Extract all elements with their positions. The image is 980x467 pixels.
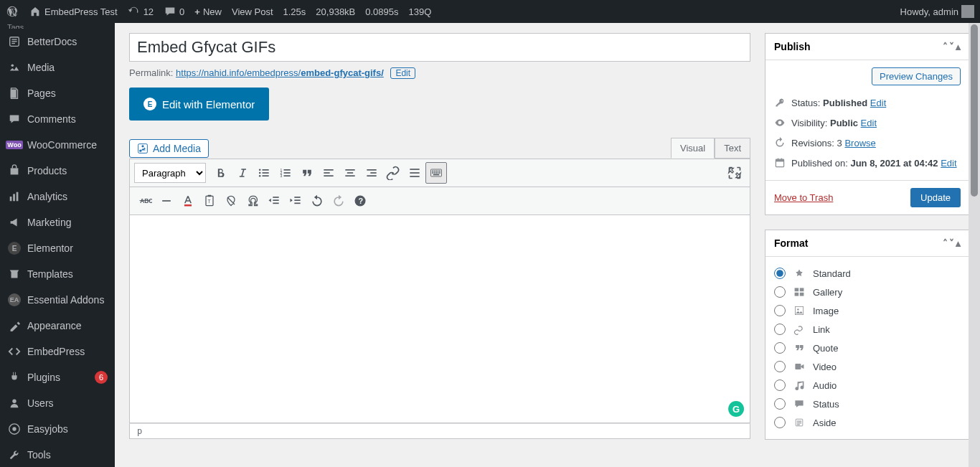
edit-with-elementor-button[interactable]: E Edit with Elementor xyxy=(129,88,269,121)
preview-changes-button[interactable]: Preview Changes xyxy=(872,67,961,85)
format-option-gallery[interactable]: Gallery xyxy=(774,283,961,301)
tab-visual[interactable]: Visual xyxy=(671,138,715,159)
page-scrollbar[interactable] xyxy=(969,23,980,467)
format-option-image[interactable]: Image xyxy=(774,301,961,320)
qm-mem[interactable]: 20,938kB xyxy=(316,6,355,17)
format-option-standard[interactable]: Standard xyxy=(774,264,961,283)
sidebar-item-media[interactable]: Media xyxy=(0,55,115,80)
ul-button[interactable] xyxy=(253,162,275,184)
menu-icon xyxy=(7,189,22,204)
metabox-toggle-icon[interactable]: ▴ xyxy=(956,41,961,52)
sidebar-item-elementor[interactable]: EElementor xyxy=(0,235,115,261)
sidebar-item-users[interactable]: Users xyxy=(0,390,115,416)
sidebar-item-embedpress[interactable]: EmbedPress xyxy=(0,339,115,364)
hr-button[interactable] xyxy=(156,190,177,212)
format-option-status[interactable]: Status xyxy=(774,395,961,413)
italic-button[interactable] xyxy=(232,162,253,184)
visibility-edit-link[interactable]: Edit xyxy=(861,118,877,128)
format-radio[interactable] xyxy=(774,379,786,391)
svg-rect-49 xyxy=(438,172,439,174)
view-post-link[interactable]: View Post xyxy=(232,6,273,17)
ol-button[interactable]: 123 xyxy=(275,162,296,184)
qm-queries[interactable]: 139Q xyxy=(409,6,432,17)
permalink-edit-button[interactable]: Edit xyxy=(390,67,415,79)
sidebar-submenu-tags[interactable]: Tags xyxy=(0,23,115,29)
published-edit-link[interactable]: Edit xyxy=(941,158,956,169)
howdy-link[interactable]: Howdy, admin xyxy=(900,5,974,18)
metabox-down-icon[interactable]: ˅ xyxy=(949,237,954,249)
grammarly-icon[interactable]: G xyxy=(728,401,744,417)
sidebar-item-pages[interactable]: Pages xyxy=(0,80,115,106)
indent-button[interactable] xyxy=(285,190,306,212)
textcolor-button[interactable] xyxy=(177,190,199,212)
tab-text[interactable]: Text xyxy=(715,138,750,159)
sidebar-item-plugins[interactable]: Plugins6 xyxy=(0,364,115,390)
sidebar-item-appearance[interactable]: Appearance xyxy=(0,313,115,339)
clearformat-button[interactable] xyxy=(220,190,242,212)
align-left-button[interactable] xyxy=(318,162,339,184)
align-right-button[interactable] xyxy=(361,162,382,184)
toolbar-toggle-button[interactable] xyxy=(425,162,447,184)
format-radio[interactable] xyxy=(774,268,786,279)
updates-link[interactable]: 12 xyxy=(128,5,154,18)
format-radio[interactable] xyxy=(774,398,786,410)
metabox-up-icon[interactable]: ˄ xyxy=(943,41,948,52)
format-option-link[interactable]: Link xyxy=(774,320,961,339)
strikethrough-button[interactable]: ABC xyxy=(134,190,156,212)
help-button[interactable]: ? xyxy=(349,190,371,212)
blockquote-button[interactable] xyxy=(296,162,318,184)
sidebar-item-tools[interactable]: Tools xyxy=(0,442,115,467)
sidebar-item-easyjobs[interactable]: Easyjobs xyxy=(0,416,115,442)
link-button[interactable] xyxy=(382,162,404,184)
readmore-button[interactable] xyxy=(404,162,425,184)
format-radio[interactable] xyxy=(774,305,786,316)
format-radio[interactable] xyxy=(774,417,786,428)
qm-db[interactable]: 0.0895s xyxy=(365,6,398,17)
fullscreen-button[interactable] xyxy=(724,162,745,184)
permalink-link[interactable]: https://nahid.info/embedpress/embed-gfyc… xyxy=(176,67,384,78)
permalink-label: Permalink: xyxy=(129,67,173,78)
format-radio[interactable] xyxy=(774,361,786,372)
site-link[interactable]: EmbedPress Test xyxy=(29,5,118,18)
sidebar-item-templates[interactable]: Templates xyxy=(0,261,115,287)
move-to-trash-link[interactable]: Move to Trash xyxy=(774,192,833,203)
svg-rect-37 xyxy=(410,169,419,170)
revisions-browse-link[interactable]: Browse xyxy=(844,138,875,148)
sidebar-item-betterdocs[interactable]: BetterDocs xyxy=(0,29,115,55)
redo-button[interactable] xyxy=(328,190,349,212)
comments-link[interactable]: 0 xyxy=(164,5,184,18)
format-radio[interactable] xyxy=(774,286,786,298)
format-option-video[interactable]: Video xyxy=(774,357,961,376)
paste-button[interactable]: T xyxy=(199,190,220,212)
metabox-up-icon[interactable]: ˄ xyxy=(943,237,948,249)
bold-button[interactable] xyxy=(210,162,232,184)
format-radio[interactable] xyxy=(774,324,786,335)
status-edit-link[interactable]: Edit xyxy=(870,98,886,108)
new-link[interactable]: +New xyxy=(194,6,222,17)
post-title-input[interactable] xyxy=(129,33,750,62)
publish-metabox: Publish ˄ ˅ ▴ Preview Changes Status: Pu… xyxy=(765,33,970,215)
align-center-button[interactable] xyxy=(339,162,361,184)
sidebar-item-woocommerce[interactable]: WooWooCommerce xyxy=(0,132,115,158)
metabox-toggle-icon[interactable]: ▴ xyxy=(956,237,961,249)
editor-textarea[interactable]: G xyxy=(129,215,750,423)
format-radio[interactable] xyxy=(774,342,786,354)
wp-logo[interactable] xyxy=(6,5,19,18)
format-label: Link xyxy=(813,324,830,335)
add-media-button[interactable]: Add Media xyxy=(129,139,209,158)
sidebar-item-essential-addons[interactable]: EAEssential Addons xyxy=(0,287,115,313)
paragraph-select[interactable]: Paragraph xyxy=(134,163,206,183)
format-option-quote[interactable]: Quote xyxy=(774,339,961,357)
outdent-button[interactable] xyxy=(263,190,285,212)
qm-time[interactable]: 1.25s xyxy=(283,6,306,17)
update-button[interactable]: Update xyxy=(910,188,961,207)
sidebar-item-marketing[interactable]: Marketing xyxy=(0,209,115,235)
format-option-aside[interactable]: Aside xyxy=(774,413,961,432)
specialchar-button[interactable] xyxy=(242,190,263,212)
sidebar-item-products[interactable]: Products xyxy=(0,158,115,184)
format-option-audio[interactable]: Audio xyxy=(774,376,961,395)
sidebar-item-analytics[interactable]: Analytics xyxy=(0,184,115,209)
metabox-down-icon[interactable]: ˅ xyxy=(949,41,954,52)
sidebar-item-comments[interactable]: Comments xyxy=(0,106,115,132)
undo-button[interactable] xyxy=(306,190,328,212)
